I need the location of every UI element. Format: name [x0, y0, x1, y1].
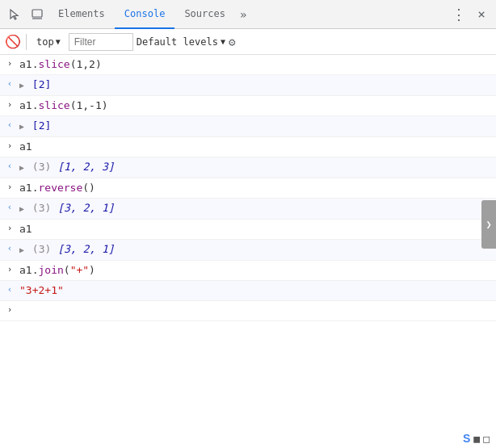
output-arrow: ‹ — [0, 77, 19, 89]
input-arrow: › — [0, 180, 19, 192]
tab-elements[interactable]: Elements — [48, 0, 115, 29]
levels-chevron-icon: ▼ — [221, 37, 225, 46]
output-arrow: ‹ — [0, 118, 19, 130]
console-output-row: ‹ ▶ (3) [1, 2, 3] — [0, 157, 496, 178]
toolbar-separator — [26, 34, 27, 50]
expand-icon[interactable]: ▶ — [19, 161, 24, 175]
expand-icon[interactable]: ▶ — [19, 202, 24, 216]
settings-icon[interactable]: ⚙ — [229, 36, 235, 48]
console-input-row: › a1.slice(1,2) — [0, 55, 496, 75]
output-arrow: ‹ — [0, 241, 19, 253]
console-input-text: a1.slice(1,2) — [19, 57, 496, 73]
console-output: › a1.slice(1,2) ‹ ▶ [2] › a1.slice(1,-1)… — [0, 55, 496, 448]
console-output-row: ‹ "3+2+1" — [0, 281, 496, 301]
console-input-row: › a1.reverse() — [0, 178, 496, 199]
console-output-row: ‹ ▶ [2] — [0, 116, 496, 137]
input-arrow: › — [0, 221, 19, 233]
devtools-window: Elements Console Sources » ⋮ × 繪圖工具 🚫 to… — [0, 0, 496, 448]
input-arrow: › — [0, 139, 19, 151]
close-devtools-btn[interactable]: × — [470, 3, 493, 26]
input-arrow: › — [0, 57, 19, 69]
console-toolbar: 🚫 top ▼ Default levels ▼ ⚙ — [0, 29, 496, 55]
context-selector[interactable]: top ▼ — [32, 35, 65, 49]
tab-console[interactable]: Console — [115, 0, 175, 29]
console-input-row: › a1 — [0, 137, 496, 157]
sidebar-handle[interactable] — [481, 200, 496, 249]
inspect-icon-btn[interactable] — [26, 3, 48, 26]
console-input-row: › a1.slice(1,-1) — [0, 96, 496, 116]
tab-sources[interactable]: Sources — [174, 0, 235, 29]
log-levels-selector[interactable]: Default levels ▼ — [137, 36, 225, 48]
expand-icon[interactable]: ▶ — [19, 243, 24, 257]
filter-input[interactable] — [69, 33, 133, 51]
cursor-icon-btn[interactable] — [3, 3, 26, 26]
expand-icon[interactable]: ▶ — [19, 119, 24, 134]
console-prompt-row: › — [0, 301, 496, 321]
bottom-icon-outline[interactable]: □ — [483, 433, 490, 445]
console-output-row: ‹ ▶ (3) [3, 2, 1] — [0, 199, 496, 220]
input-arrow: › — [0, 98, 19, 110]
clear-console-btn[interactable]: 🚫 — [5, 34, 21, 50]
bottom-toolbar: S ■ □ — [456, 429, 496, 448]
input-arrow: › — [0, 303, 19, 315]
expand-icon[interactable]: ▶ — [19, 78, 24, 93]
output-arrow: ‹ — [0, 200, 19, 212]
more-tabs-btn[interactable]: » — [235, 5, 251, 24]
input-arrow: › — [0, 262, 19, 274]
output-arrow: ‹ — [0, 159, 19, 171]
bottom-icon-s[interactable]: S — [463, 432, 470, 445]
devtools-menu-btn[interactable]: ⋮ — [448, 3, 470, 26]
svg-rect-0 — [32, 10, 42, 17]
console-input-row: › a1 — [0, 220, 496, 240]
output-arrow: ‹ — [0, 283, 19, 295]
console-input-row: › a1.join("+") — [0, 261, 496, 281]
bottom-icon-solid[interactable]: ■ — [473, 433, 480, 445]
console-output-row: ‹ ▶ (3) [3, 2, 1] — [0, 240, 496, 261]
chevron-down-icon: ▼ — [56, 37, 61, 46]
console-output-row: ‹ ▶ [2] — [0, 75, 496, 96]
devtools-toolbar: Elements Console Sources » ⋮ × 繪圖工具 — [0, 0, 496, 29]
